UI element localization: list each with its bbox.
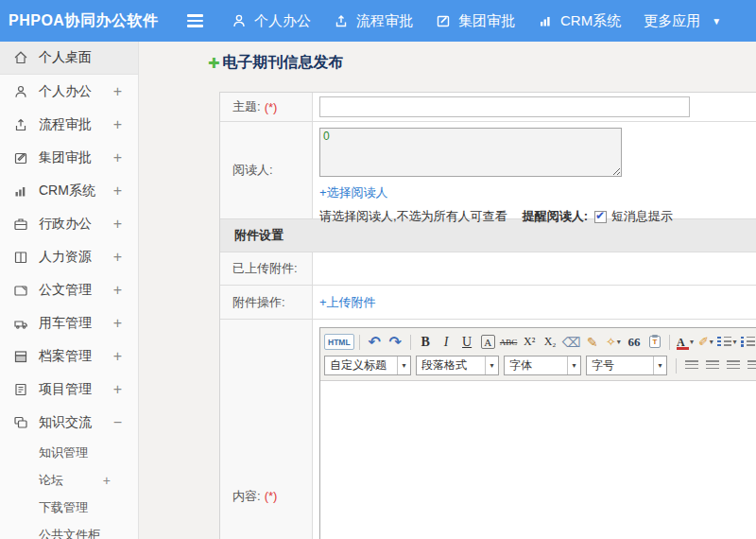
editor-content-area[interactable]	[320, 381, 756, 539]
app-logo: PHPOA协同办公软件	[0, 11, 187, 31]
expand-plus-icon[interactable]: +	[113, 348, 122, 365]
expand-plus-icon[interactable]: +	[113, 216, 122, 233]
folder-icon	[13, 283, 28, 298]
sidebar-subitem-download-mgmt[interactable]: 下载管理	[0, 494, 138, 521]
align-right-icon[interactable]	[723, 356, 743, 375]
caret-down-icon[interactable]: ▼	[712, 16, 721, 26]
nav-item-group-approval[interactable]: 集团审批	[436, 12, 515, 30]
briefcase-icon	[13, 217, 28, 232]
sidebar-item-label: 公文管理	[39, 282, 92, 299]
form-row-subject: 主题: (*)	[220, 93, 756, 122]
font-family-select[interactable]: 字体▾	[504, 356, 581, 375]
paste-as-text-icon[interactable]: T	[644, 332, 664, 352]
dropdown-caret-icon: ▾	[485, 356, 498, 374]
align-left-icon[interactable]	[681, 356, 701, 375]
select-readers-link[interactable]: +选择阅读人	[319, 185, 388, 200]
undo-icon[interactable]: ↶	[365, 332, 385, 352]
uploaded-attachments-label: 已上传附件:	[220, 252, 313, 285]
nav-label: 流程审批	[356, 12, 413, 30]
dropdown-caret-icon: ▾	[710, 338, 713, 346]
blockquote-button[interactable]: 66	[624, 332, 644, 352]
sidebar-item-label: 项目管理	[39, 381, 92, 398]
superscript-button[interactable]: X²	[520, 332, 540, 352]
sidebar-item-label: CRM系统	[39, 183, 95, 200]
italic-button[interactable]: I	[437, 332, 456, 352]
home-icon	[13, 50, 28, 65]
sidebar-item-label: 知识交流	[39, 414, 92, 431]
layers-icon	[13, 415, 28, 430]
sidebar-item-workflow-approval[interactable]: 流程审批 +	[0, 108, 138, 141]
font-size-select[interactable]: 字号▾	[586, 356, 667, 375]
expand-plus-icon[interactable]: +	[113, 381, 122, 398]
custom-heading-select[interactable]: 自定义标题▾	[324, 356, 411, 375]
sidebar-item-vehicle-mgmt[interactable]: 用车管理 +	[0, 306, 138, 339]
sidebar-item-document-mgmt[interactable]: 公文管理 +	[0, 273, 138, 306]
format-painter-brush-icon[interactable]: ✎	[582, 332, 602, 352]
page-title: ✚ 电子期刊信息发布	[208, 53, 344, 73]
strikethrough-button[interactable]: ABC	[499, 332, 519, 352]
readers-textarea[interactable]: 0	[319, 128, 622, 177]
expand-plus-icon[interactable]: +	[113, 183, 122, 200]
readers-hint-text: 请选择阅读人,不选为所有人可查看	[319, 208, 507, 225]
align-justify-icon[interactable]	[744, 356, 756, 375]
top-nav: 个人办公 流程审批 集团审批 CRM系统 更多应用	[232, 12, 721, 30]
menu-toggle-icon[interactable]	[187, 14, 203, 27]
sidebar-item-project-mgmt[interactable]: 项目管理 +	[0, 373, 138, 406]
font-color-button[interactable]: A▾	[675, 332, 695, 352]
sidebar-item-personal-office[interactable]: 个人办公 +	[0, 75, 138, 108]
remove-format-eraser-icon[interactable]: ⌫	[561, 332, 582, 352]
publish-form: 主题: (*) 阅读人: 0 +选择阅读人 请选择阅读人,不选为所有人可查看 提…	[219, 92, 756, 539]
sidebar-item-admin-office[interactable]: 行政办公 +	[0, 207, 138, 240]
sidebar-subitem-label: 下载管理	[39, 499, 88, 516]
ordered-list-button[interactable]: ▾	[716, 332, 737, 352]
rich-text-editor: HTML ↶ ↷ B I U A ABC X² X₂ ⌫	[319, 327, 756, 539]
expand-plus-icon[interactable]: +	[113, 282, 122, 299]
collapse-minus-icon[interactable]: −	[113, 414, 122, 431]
unordered-list-button[interactable]	[738, 332, 756, 352]
bold-button[interactable]: B	[416, 332, 436, 352]
subject-input[interactable]	[319, 96, 690, 117]
expand-plus-icon[interactable]: +	[113, 249, 122, 266]
nav-item-personal-office[interactable]: 个人办公	[232, 12, 311, 30]
paragraph-format-select[interactable]: 段落格式▾	[416, 356, 499, 375]
redo-icon[interactable]: ↷	[386, 332, 405, 352]
font-style-button[interactable]: A	[481, 335, 495, 349]
sidebar-item-personal-desktop[interactable]: 个人桌面	[0, 42, 138, 75]
expand-plus-icon[interactable]: +	[113, 149, 122, 166]
sidebar-subitem-label: 论坛	[39, 472, 63, 489]
highlight-color-pen-icon[interactable]: ✐▾	[696, 332, 715, 352]
nav-item-workflow-approval[interactable]: 流程审批	[334, 12, 413, 30]
expand-plus-icon[interactable]: +	[113, 83, 122, 100]
underline-button[interactable]: U	[457, 332, 477, 352]
ordered-list-icon	[717, 337, 731, 347]
nav-item-more-apps[interactable]: 更多应用	[644, 12, 700, 30]
upload-attachment-link[interactable]: +上传附件	[319, 294, 376, 311]
sidebar-subitem-knowledge-mgmt[interactable]: 知识管理	[0, 439, 138, 466]
sidebar-subitem-forum[interactable]: 论坛 +	[0, 466, 138, 494]
dropdown-caret-icon: ▾	[567, 356, 580, 374]
sms-checkbox[interactable]: ✔	[594, 211, 607, 223]
check-icon: ✔	[595, 209, 605, 222]
sidebar-item-crm[interactable]: CRM系统 +	[0, 174, 138, 207]
sidebar-item-knowledge-exchange[interactable]: 知识交流 −	[0, 406, 138, 439]
sidebar-item-group-approval[interactable]: 集团审批 +	[0, 141, 138, 174]
sidebar-item-hr[interactable]: 人力资源 +	[0, 240, 138, 273]
edit-icon	[13, 150, 28, 165]
nav-item-crm[interactable]: CRM系统	[538, 12, 621, 30]
quick-format-wand-icon[interactable]: ✧▾	[603, 332, 623, 352]
sidebar-item-archive-mgmt[interactable]: 档案管理 +	[0, 339, 138, 373]
expand-plus-icon[interactable]: +	[113, 315, 122, 332]
align-center-icon[interactable]	[702, 356, 722, 375]
page-title-text: 电子期刊信息发布	[223, 53, 344, 73]
expand-plus-icon[interactable]: +	[113, 116, 122, 133]
expand-plus-icon[interactable]: +	[103, 473, 111, 488]
source-code-button[interactable]: HTML	[324, 334, 354, 350]
share-icon	[13, 117, 28, 132]
dropdown-caret-icon: ▾	[397, 356, 410, 374]
subject-label: 主题: (*)	[220, 93, 313, 121]
top-header-bar: PHPOA协同办公软件 个人办公 流程审批 集团审批	[0, 0, 756, 42]
sidebar-subitem-public-file-cabinet[interactable]: 公共文件柜	[0, 521, 138, 539]
subscript-button[interactable]: X₂	[541, 332, 560, 352]
sidebar-item-label: 用车管理	[39, 315, 92, 332]
nav-label: CRM系统	[560, 12, 621, 30]
